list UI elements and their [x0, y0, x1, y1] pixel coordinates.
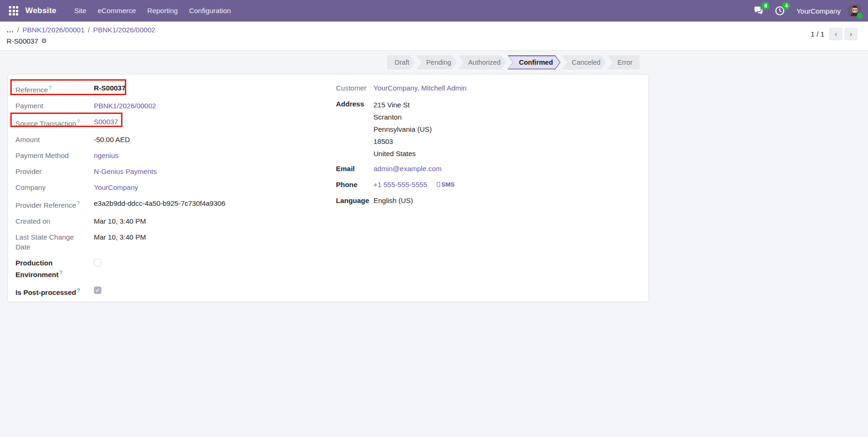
address-block: 215 Vine St Scranton Pennsylvania (US) 1…	[373, 99, 432, 160]
field-label: Email	[336, 165, 355, 173]
field-row-last-state-change: Last State Change Date Mar 10, 3:40 PM	[15, 232, 641, 252]
pager-previous-button[interactable]: ‹	[829, 28, 843, 40]
status-step-canceled[interactable]: Canceled	[562, 55, 606, 69]
form-right-column: Customer YourCompany, Mitchell Admin Add…	[336, 83, 636, 211]
production-environment-checkbox	[94, 259, 101, 266]
messages-icon[interactable]: 8	[752, 4, 766, 18]
phone-link[interactable]: +1 555-555-5555	[373, 181, 427, 188]
breadcrumb-link-payment-2[interactable]: PBNK1/2026/00002	[93, 25, 155, 35]
address-line: Scranton	[373, 111, 432, 123]
gear-icon[interactable]: ⚙	[41, 36, 47, 46]
top-navbar: Website Site eCommerce Reporting Configu…	[0, 0, 868, 22]
apps-grid-icon[interactable]	[6, 3, 22, 19]
address-line: 215 Vine St	[373, 99, 432, 111]
control-panel: ... / PBNK1/2026/00001 / PBNK1/2026/0000…	[0, 22, 868, 51]
field-row-email: Email admin@example.com	[336, 164, 636, 173]
help-marker-icon: ?	[60, 270, 62, 275]
messages-badge: 8	[761, 2, 769, 10]
field-label: Production Environment	[15, 259, 59, 279]
nav-item-ecommerce[interactable]: eCommerce	[92, 0, 142, 22]
email-link[interactable]: admin@example.com	[373, 165, 442, 173]
field-value-last-state-change: Mar 10, 3:40 PM	[94, 232, 146, 252]
field-label: Payment Method	[15, 151, 69, 159]
status-step-confirmed[interactable]: Confirmed	[508, 55, 561, 69]
field-row-is-post-processed: Is Post-processed? ✓	[15, 286, 641, 297]
field-label: Address	[336, 100, 364, 108]
is-post-processed-checkbox: ✓	[94, 286, 101, 294]
activities-icon[interactable]: 4	[773, 4, 787, 18]
field-label: Payment	[15, 102, 43, 110]
nav-item-site[interactable]: Site	[69, 0, 92, 22]
pager: 1 / 1 ‹ ›	[811, 25, 858, 50]
field-label: Customer	[336, 84, 366, 92]
field-label: Is Post-processed	[15, 288, 76, 296]
field-value-created-on: Mar 10, 3:40 PM	[94, 216, 146, 226]
form-view: Draft Pending Authorized Confirmed Cance…	[0, 51, 868, 437]
online-status-dot	[857, 13, 863, 19]
status-step-pending[interactable]: Pending	[416, 55, 457, 69]
status-step-authorized[interactable]: Authorized	[458, 55, 506, 69]
field-label: Amount	[15, 136, 40, 143]
status-step-draft[interactable]: Draft	[387, 55, 415, 69]
field-row-phone: Phone +1 555-555-5555 SMS	[336, 180, 636, 189]
breadcrumb-ellipsis[interactable]: ...	[7, 25, 14, 35]
field-row-customer: Customer YourCompany, Mitchell Admin	[336, 83, 636, 93]
field-label: Phone	[336, 181, 358, 188]
payment-method-link[interactable]: ngenius	[94, 151, 119, 159]
help-marker-icon: ?	[77, 201, 80, 206]
sms-button[interactable]: SMS	[437, 180, 455, 189]
provider-link[interactable]: N-Genius Payments	[94, 167, 157, 175]
help-marker-icon: ?	[77, 288, 80, 293]
field-value-language: English (US)	[373, 196, 413, 205]
app-name[interactable]: Website	[25, 6, 56, 15]
breadcrumb-separator: /	[88, 25, 90, 35]
field-row-address: Address 215 Vine St Scranton Pennsylvani…	[336, 99, 636, 160]
pager-value: 1 / 1	[811, 28, 824, 41]
payment-link[interactable]: PBNK1/2026/00002	[94, 102, 156, 110]
status-step-error[interactable]: Error	[608, 55, 640, 69]
field-label: Created on	[15, 217, 50, 225]
annotation-highlight-source-transaction	[10, 113, 122, 127]
field-label: Last State Change Date	[15, 233, 74, 251]
address-line: 18503	[373, 136, 432, 148]
company-link[interactable]: YourCompany	[94, 183, 138, 191]
statusbar: Draft Pending Authorized Confirmed Cance…	[387, 55, 640, 69]
breadcrumb-link-payment-1[interactable]: PBNK1/2026/00001	[23, 25, 85, 35]
activities-badge: 4	[782, 2, 790, 10]
annotation-highlight-reference	[10, 79, 126, 95]
field-label: Provider	[15, 167, 42, 175]
company-switcher[interactable]: YourCompany	[796, 7, 841, 15]
customer-link[interactable]: YourCompany, Mitchell Admin	[373, 84, 466, 92]
record-title: R-S00037	[7, 36, 38, 46]
field-value-provider-reference: e3a2b9dd-ddcc-4a50-b925-7c730f4a9306	[94, 198, 225, 210]
nav-item-reporting[interactable]: Reporting	[142, 0, 183, 22]
user-avatar[interactable]	[848, 4, 861, 17]
field-label: Company	[15, 183, 46, 191]
pager-next-button[interactable]: ›	[844, 28, 858, 40]
nav-item-configuration[interactable]: Configuration	[183, 0, 236, 22]
field-label: Language	[336, 196, 369, 204]
field-label: Provider Reference	[15, 201, 76, 209]
field-row-created-on: Created on Mar 10, 3:40 PM	[15, 216, 641, 226]
sms-button-label: SMS	[442, 180, 455, 189]
address-line: United States	[373, 148, 432, 160]
breadcrumb-separator: /	[17, 25, 19, 35]
form-sheet: Reference? R-S00037 Payment PBNK1/2026/0…	[8, 74, 649, 302]
field-value-amount: -50.00 AED	[94, 135, 130, 144]
field-row-language: Language English (US)	[336, 196, 636, 205]
field-row-production-environment: Production Environment?	[15, 258, 641, 279]
mobile-phone-icon	[437, 182, 440, 187]
breadcrumb: ... / PBNK1/2026/00001 / PBNK1/2026/0000…	[7, 25, 155, 35]
address-line: Pennsylvania (US)	[373, 123, 432, 136]
